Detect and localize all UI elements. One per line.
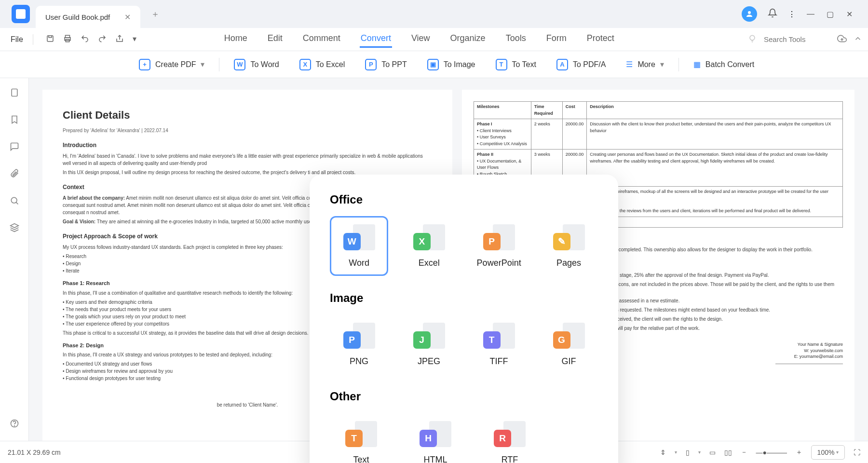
thumbnail-icon[interactable] [10, 88, 19, 99]
left-sidebar: ‹ [0, 78, 29, 463]
main-menu: Home Edit Comment Convert View Organize … [223, 31, 615, 48]
to-word-button[interactable]: WTo Word [228, 56, 285, 73]
section-image: Image [330, 291, 598, 305]
layers-icon[interactable] [10, 223, 19, 234]
fit-width-icon[interactable]: ⇕ [660, 449, 666, 456]
convert-toolbar: +Create PDF▾ WTo Word XTo Excel PTo PPT … [0, 51, 868, 78]
lightbulb-icon[interactable] [747, 34, 757, 45]
page-dimensions: 21.01 X 29.69 cm [8, 449, 61, 456]
search-input[interactable] [764, 35, 822, 43]
format-card-powerpoint[interactable]: PPowerPoint [470, 216, 528, 276]
titlebar: User Guild Book.pdf ✕ ＋ ⋮ — ▢ ✕ [0, 0, 868, 28]
format-card-gif[interactable]: GGIF [540, 314, 598, 374]
format-card-tiff[interactable]: TTIFF [470, 314, 528, 374]
to-pdfa-button[interactable]: ATo PDF/A [551, 56, 611, 73]
fullscreen-icon[interactable]: ⛶ [854, 449, 860, 456]
section-other: Other [330, 390, 598, 403]
batch-convert-button[interactable]: ▦Batch Convert [688, 57, 760, 72]
more-menu-icon[interactable]: ⋮ [788, 10, 796, 19]
single-page-icon[interactable]: ▯ [686, 449, 690, 456]
collapse-ribbon-icon[interactable] [854, 34, 862, 45]
tab-title: User Guild Book.pdf [45, 13, 110, 21]
to-ppt-button[interactable]: PTo PPT [359, 56, 412, 73]
document-tab[interactable]: User Guild Book.pdf ✕ [36, 6, 140, 28]
file-menu[interactable]: File [6, 33, 28, 46]
to-text-button[interactable]: TTo Text [490, 56, 542, 73]
menu-convert[interactable]: Convert [360, 31, 392, 48]
section-office: Office [330, 193, 598, 206]
menubar: File ▾ Home Edit Comment Convert View Or… [0, 28, 868, 51]
to-image-button[interactable]: ▣To Image [421, 56, 481, 73]
svg-point-0 [748, 11, 751, 14]
to-excel-button[interactable]: XTo Excel [294, 56, 351, 73]
svg-rect-6 [12, 89, 17, 96]
attachment-icon[interactable] [10, 169, 19, 180]
dropdown-icon[interactable]: ▾ [133, 34, 136, 45]
menu-view[interactable]: View [410, 31, 431, 48]
format-card-word[interactable]: WWord [330, 216, 388, 276]
svg-point-5 [750, 35, 755, 40]
zoom-in-icon[interactable]: ＋ [796, 448, 802, 457]
menu-form[interactable]: Form [545, 31, 568, 48]
comment-icon[interactable] [10, 142, 19, 153]
save-icon[interactable] [46, 34, 54, 45]
share-icon[interactable] [115, 34, 124, 45]
format-card-pages[interactable]: ✎Pages [540, 216, 598, 276]
new-tab-button[interactable]: ＋ [151, 8, 160, 20]
bookmark-icon[interactable] [10, 115, 19, 126]
format-card-text[interactable]: TText [330, 413, 393, 463]
document-viewport[interactable]: Client Details Prepared by 'Adelina' for… [29, 78, 868, 463]
app-logo[interactable] [12, 5, 30, 23]
convert-format-popup: Office WWordXExcelPPowerPoint✎Pages Imag… [310, 175, 618, 463]
format-card-excel[interactable]: XExcel [400, 216, 458, 276]
menu-edit[interactable]: Edit [267, 31, 284, 48]
svg-rect-1 [47, 36, 53, 41]
search-icon[interactable] [10, 196, 19, 207]
more-button[interactable]: ☰More▾ [620, 57, 669, 72]
zoom-value[interactable]: 100%▾ [811, 445, 845, 460]
user-avatar[interactable] [742, 6, 757, 22]
format-card-html[interactable]: HHTML [404, 413, 467, 463]
redo-icon[interactable] [98, 34, 107, 45]
notification-icon[interactable] [768, 8, 777, 20]
zoom-slider[interactable]: —●——— [756, 449, 787, 456]
close-tab-icon[interactable]: ✕ [124, 13, 131, 22]
menu-tools[interactable]: Tools [505, 31, 527, 48]
minimize-button[interactable]: — [806, 10, 815, 18]
cloud-icon[interactable] [837, 34, 847, 45]
undo-icon[interactable] [81, 34, 89, 45]
format-card-rtf[interactable]: RRTF [478, 413, 541, 463]
menu-home[interactable]: Home [223, 31, 248, 48]
help-icon[interactable] [10, 419, 19, 430]
maximize-button[interactable]: ▢ [826, 10, 834, 18]
print-icon[interactable] [63, 34, 72, 45]
menu-comment[interactable]: Comment [302, 31, 341, 48]
format-card-jpeg[interactable]: JJPEG [400, 314, 458, 374]
format-card-png[interactable]: PPNG [330, 314, 388, 374]
read-mode-icon[interactable]: ▭ [709, 449, 716, 456]
menu-organize[interactable]: Organize [449, 31, 487, 48]
close-window-button[interactable]: ✕ [845, 10, 854, 18]
menu-protect[interactable]: Protect [586, 31, 615, 48]
svg-point-7 [11, 197, 17, 203]
zoom-out-icon[interactable]: － [741, 448, 747, 457]
two-page-icon[interactable]: ▯▯ [724, 449, 732, 456]
svg-point-9 [14, 426, 14, 426]
doc-title: Client Details [63, 107, 432, 123]
create-pdf-button[interactable]: +Create PDF▾ [133, 56, 210, 73]
